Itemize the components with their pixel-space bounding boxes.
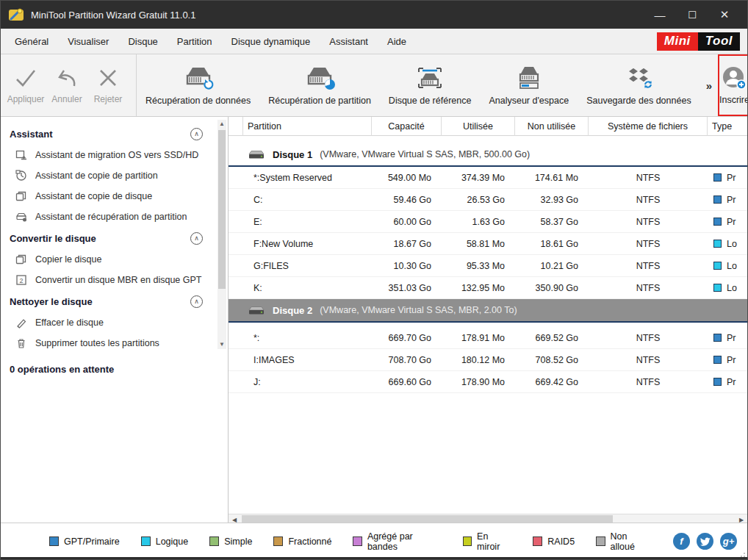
menu-général[interactable]: Général [5,31,58,52]
partition-row[interactable]: *:System Reserved549.00 Mo374.39 Mo174.6… [229,167,747,189]
disk-partition-recovery-icon [302,65,337,91]
partition-recovery-button[interactable]: Récupération de partition [259,62,380,109]
partition-row[interactable]: C:59.46 Go26.53 Go32.93 GoNTFSPr [229,189,747,211]
disk-benchmark-button[interactable]: Disque de référence [380,62,481,109]
sidebar-item[interactable]: Assistant de récupération de partition [10,207,228,227]
type-color-swatch [713,218,722,226]
wipe-disk-icon [15,317,27,329]
sidebar-item[interactable]: Assistant de copie de disque [10,186,228,207]
column-header[interactable]: Partition [243,117,372,136]
partition-row[interactable]: I:IMAGES708.70 Go180.12 Mo708.52 GoNTFSP… [229,349,747,371]
type-value: Pr [708,173,747,183]
filesystem-value: NTFS [589,239,708,249]
scroll-thumb[interactable] [218,130,226,289]
disk-group-row[interactable]: Disque 1(VMware, VMware Virtual S SAS, M… [229,143,747,167]
column-header[interactable]: Non utilisée [515,117,589,136]
type-color-swatch [713,284,722,292]
used-value: 374.39 Mo [442,173,515,183]
sidebar-item[interactable]: Copier le disque [10,249,228,270]
column-header[interactable]: Capacité [372,117,442,136]
partition-row[interactable]: J:669.60 Go178.90 Mo669.42 GoNTFSPr [229,371,747,393]
type-value: Pr [708,195,747,205]
title-bar: MiniTool Partition Wizard Gratuit 11.0.1… [1,1,747,29]
sidebar-item[interactable]: Assistant de copie de partition [10,165,228,186]
collapse-icon[interactable]: ∧ [190,128,203,140]
type-label: Lo [727,261,737,271]
maximize-button[interactable]: ☐ [681,5,703,24]
menu-aide[interactable]: Aide [378,31,416,52]
type-value: Lo [708,283,747,293]
type-color-swatch [713,240,722,248]
type-value: Lo [708,261,747,271]
apply-button[interactable]: Appliquer [5,66,46,104]
toolbar-overflow-button[interactable]: » [700,79,718,92]
used-value: 178.91 Mo [442,333,515,343]
register-button[interactable]: Inscrire [718,54,748,116]
menu-disque[interactable]: Disque [118,31,167,52]
partition-row[interactable]: *:669.70 Go178.91 Mo669.52 GoNTFSPr [229,327,747,349]
legend-label: Simple [224,536,252,547]
column-header[interactable]: Système de fichiers [589,117,708,136]
sidebar-item[interactable]: Supprimer toutes les partitions [10,333,228,353]
legend-color-swatch [209,536,219,546]
data-backup-button[interactable]: Sauvegarde des données [578,62,700,109]
legend-item: Agrégé par bandes [353,531,441,552]
google-plus-icon[interactable]: g+ [720,533,737,550]
capacity-value: 351.03 Go [372,283,442,293]
sidebar-item-label: Assistant de migration OS vers SSD/HD [35,150,198,160]
logo-mini: Mini [657,32,698,51]
close-button[interactable]: ✕ [713,5,736,24]
partition-row[interactable]: K:351.03 Go132.95 Mo350.90 GoNTFSLo [229,277,747,299]
space-analyzer-button[interactable]: Analyseur d'espace [480,62,578,109]
scroll-up-arrow[interactable]: ▲ [217,120,226,129]
twitter-icon[interactable] [697,533,713,550]
scroll-down-arrow[interactable]: ▼ [217,340,226,349]
used-value: 58.81 Mo [442,239,515,249]
collapse-icon[interactable]: ∧ [190,295,203,308]
partition-row[interactable]: F:New Volume18.67 Go58.81 Mo18.61 GoNTFS… [229,233,747,255]
minitool-logo: Mini Tool [657,32,740,51]
filesystem-value: NTFS [589,355,708,365]
menu-bar: GénéralVisualiserDisquePartitionDisque d… [1,29,747,54]
menu-disque-dynamique[interactable]: Disque dynamique [222,31,320,52]
unused-value: 10.21 Go [515,261,589,271]
capacity-value: 60.00 Go [372,217,442,227]
unused-value: 669.42 Go [515,377,589,387]
facebook-icon[interactable]: f [673,533,690,550]
type-label: Pr [727,173,736,183]
type-label: Pr [727,355,736,365]
convert-mbr-gpt-icon: 2 [15,274,27,286]
sidebar-item[interactable]: Effacer le disque [10,312,228,333]
section-title: Nettoyer le disque [10,296,93,307]
collapse-icon[interactable]: ∧ [190,232,203,245]
used-value: 1.63 Go [442,217,515,227]
type-value: Pr [708,333,747,343]
discard-button[interactable]: Rejeter [87,66,129,104]
discard-icon [95,66,121,90]
partition-row[interactable]: G:FILES10.30 Go95.33 Mo10.21 GoNTFSLo [229,255,747,277]
type-label: Pr [727,377,736,387]
menu-visualiser[interactable]: Visualiser [58,31,118,52]
legend-label: RAID5 [547,536,575,547]
sidebar-item[interactable]: Assistant de migration OS vers SSD/HD [10,145,228,165]
disk-info: (VMware, VMware Virtual S SAS, MBR, 500.… [320,149,530,159]
partition-row[interactable]: E:60.00 Go1.63 Go58.37 GoNTFSPr [229,211,747,233]
disk-group-row[interactable]: Disque 2(VMware, VMware Virtual S SAS, M… [229,299,747,323]
sidebar-item[interactable]: 2Convertir un disque MBR en disque GPT [10,270,228,290]
type-value: Pr [708,377,747,387]
menu-partition[interactable]: Partition [168,31,222,52]
sidebar-item-label: Copier le disque [35,254,101,265]
check-icon [12,66,39,90]
undo-button[interactable]: Annuler [46,66,87,104]
minimize-button[interactable]: — [649,5,671,24]
capacity-value: 708.70 Go [372,355,442,365]
column-header[interactable]: Utilisée [442,117,515,136]
recover-partition-icon [15,211,27,223]
data-recovery-button[interactable]: Récupération de données [137,62,259,109]
partition-name: K: [243,283,372,293]
sidebar-scrollbar[interactable]: ▲ ▼ [217,120,226,349]
legend-color-swatch [533,536,542,546]
menu-assistant[interactable]: Assistant [320,31,378,52]
filesystem-value: NTFS [589,195,708,205]
column-header[interactable]: Type [708,117,747,136]
